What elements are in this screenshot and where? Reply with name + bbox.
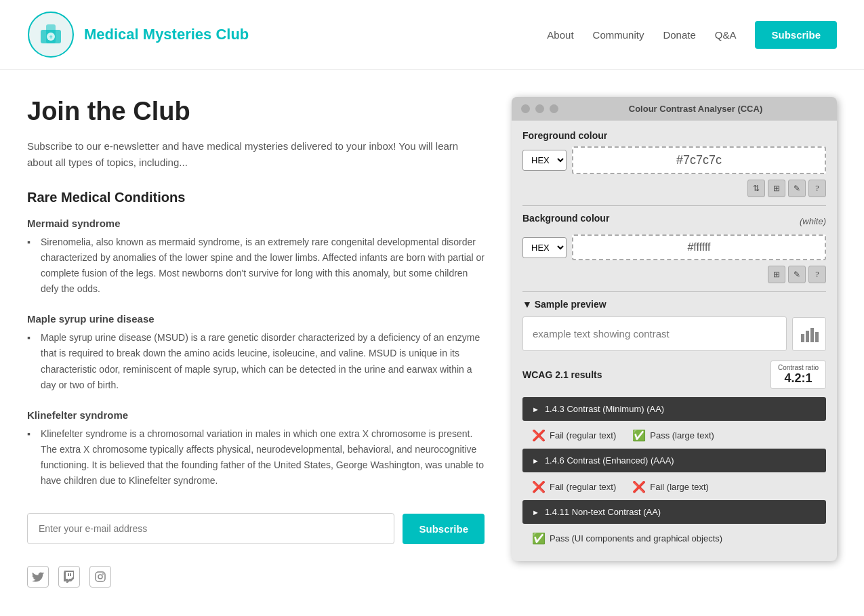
wcag-criteria-3-results: ✅ Pass (UI components and graphical obje…: [522, 528, 826, 552]
bg-help-icon[interactable]: ?: [808, 266, 826, 283]
form-subscribe-button[interactable]: Subscribe: [403, 514, 485, 544]
email-input[interactable]: [27, 513, 394, 544]
criteria-2-result-1-text: Fail (large text): [650, 482, 709, 492]
criteria-2-arrow: ►: [532, 457, 539, 465]
pass-icon-1-1: ✅: [632, 429, 646, 442]
criteria-1-result-0-text: Fail (regular text): [550, 430, 616, 440]
condition-klinefelter: Klinefelter syndrome Klinefelter syndrom…: [27, 409, 485, 489]
wcag-title: WCAG 2.1 results: [522, 369, 602, 380]
fg-format-select[interactable]: HEX: [522, 150, 567, 171]
cca-divider-2: [522, 291, 826, 292]
traffic-light-close[interactable]: [521, 104, 530, 113]
cca-divider-1: [522, 205, 826, 206]
svg-rect-11: [815, 332, 819, 342]
svg-rect-10: [810, 328, 814, 342]
email-form: Subscribe: [27, 513, 485, 544]
traffic-light-max[interactable]: [550, 104, 558, 113]
criteria-2-result-0-text: Fail (regular text): [550, 482, 616, 492]
criteria-1-result-1-text: Pass (large text): [650, 430, 714, 440]
fg-help-icon[interactable]: ?: [808, 180, 826, 197]
chart-icon[interactable]: [792, 317, 826, 351]
fg-label: Foreground colour: [522, 130, 826, 141]
sample-preview-label: ▼ Sample preview: [522, 299, 826, 310]
cca-titlebar: Colour Contrast Analyser (CCA): [512, 97, 837, 121]
social-icons: [27, 566, 485, 588]
cca-panel-container: Colour Contrast Analyser (CCA) Foregroun…: [512, 97, 837, 588]
bg-icon-row: ⊞ ✎ ?: [522, 266, 826, 283]
fg-adjust-icon[interactable]: ⊞: [768, 180, 785, 197]
bg-value-input[interactable]: [572, 234, 826, 260]
condition-desc-mermaid: Sirenomelia, also known as mermaid syndr…: [27, 234, 485, 297]
fail-icon-2-1: ❌: [632, 480, 646, 493]
fail-icon-2-0: ❌: [532, 480, 546, 493]
criteria-3-arrow: ►: [532, 508, 539, 516]
svg-rect-8: [801, 334, 804, 342]
page-title: Join the Club: [27, 97, 485, 126]
condition-name-klinefelter: Klinefelter syndrome: [27, 409, 485, 421]
cca-body: Foreground colour HEX ⇅ ⊞ ✎ ? Background: [512, 121, 837, 561]
sample-preview-row: example text showing contrast: [522, 316, 826, 351]
contrast-ratio-label: Contrast ratio: [778, 364, 819, 371]
condition-mermaid: Mermaid syndrome Sirenomelia, also known…: [27, 218, 485, 297]
section-title: Rare Medical Conditions: [27, 190, 485, 205]
wcag-criteria-1-btn[interactable]: ► 1.4.3 Contrast (Minimum) (AA): [522, 397, 826, 421]
traffic-light-min[interactable]: [535, 104, 544, 113]
wcag-criteria-3-btn[interactable]: ► 1.4.11 Non-text Contrast (AA): [522, 500, 826, 524]
condition-name-mermaid: Mermaid syndrome: [27, 218, 485, 229]
nav-community[interactable]: Community: [593, 29, 644, 41]
wcag-criteria-2-btn[interactable]: ► 1.4.6 Contrast (Enhanced) (AAA): [522, 449, 826, 472]
header-subscribe-button[interactable]: Subscribe: [755, 21, 837, 49]
fg-value-input[interactable]: [572, 146, 826, 174]
instagram-icon[interactable]: [89, 566, 111, 588]
nav-qa[interactable]: Q&A: [715, 29, 737, 41]
wcag-results-header: WCAG 2.1 results Contrast ratio 4.2:1: [522, 361, 826, 389]
wcag-criteria-2-results: ❌ Fail (regular text) ❌ Fail (large text…: [522, 476, 826, 500]
criteria-2-label: 1.4.6 Contrast (Enhanced) (AAA): [545, 455, 674, 466]
bg-adjust-icon[interactable]: ⊞: [768, 266, 785, 283]
sample-text: example text showing contrast: [522, 316, 787, 351]
criteria-1-result-0: ❌ Fail (regular text): [532, 429, 616, 442]
bg-label-row: Background colour (white): [522, 213, 826, 229]
cca-panel: Colour Contrast Analyser (CCA) Foregroun…: [512, 97, 837, 561]
condition-desc-maple: Maple syrup urine disease (MSUD) is a ra…: [27, 330, 485, 392]
site-title: Medical Mysteries Club: [84, 26, 249, 43]
cca-title: Colour Contrast Analyser (CCA): [564, 104, 827, 114]
criteria-1-arrow: ►: [532, 405, 539, 413]
wcag-criteria-1-results: ❌ Fail (regular text) ✅ Pass (large text…: [522, 425, 826, 449]
site-logo: +: [27, 11, 75, 58]
twitter-icon[interactable]: [27, 566, 49, 588]
nav-about[interactable]: About: [547, 29, 573, 41]
criteria-1-label: 1.4.3 Contrast (Minimum) (AA): [545, 404, 664, 414]
fg-swap-icon[interactable]: ⇅: [747, 180, 765, 197]
svg-point-6: [98, 575, 102, 579]
logo-area: + Medical Mysteries Club: [27, 11, 249, 58]
criteria-3-result-0-text: Pass (UI components and graphical object…: [550, 533, 722, 543]
bg-format-select[interactable]: HEX: [522, 237, 567, 258]
left-column: Join the Club Subscribe to our e-newslet…: [27, 97, 485, 588]
condition-desc-klinefelter: Klinefelter syndrome is a chromosomal va…: [27, 426, 485, 489]
criteria-2-result-0: ❌ Fail (regular text): [532, 480, 616, 493]
criteria-1-result-1: ✅ Pass (large text): [632, 429, 714, 442]
contrast-ratio-value: 4.2:1: [778, 371, 819, 386]
svg-text:+: +: [49, 33, 53, 41]
criteria-2-result-1: ❌ Fail (large text): [632, 480, 709, 493]
fg-row: HEX: [522, 146, 826, 174]
svg-point-7: [102, 573, 104, 575]
main-content: Join the Club Subscribe to our e-newslet…: [0, 70, 864, 615]
bg-picker-icon[interactable]: ✎: [788, 266, 806, 283]
svg-rect-5: [96, 572, 105, 581]
intro-text: Subscribe to our e-newsletter and have m…: [27, 138, 485, 171]
criteria-3-result-0: ✅ Pass (UI components and graphical obje…: [532, 532, 722, 545]
fail-icon-1-0: ❌: [532, 429, 546, 442]
svg-rect-9: [806, 331, 809, 342]
fg-icon-row: ⇅ ⊞ ✎ ?: [522, 180, 826, 197]
bg-white-label: (white): [800, 216, 826, 226]
nav-donate[interactable]: Donate: [663, 29, 695, 41]
fg-picker-icon[interactable]: ✎: [788, 180, 806, 197]
twitch-icon[interactable]: [58, 566, 80, 588]
pass-icon-3-0: ✅: [532, 532, 546, 545]
bg-row: HEX: [522, 234, 826, 260]
contrast-ratio-box: Contrast ratio 4.2:1: [770, 361, 826, 389]
bg-label: Background colour: [522, 213, 609, 224]
condition-maple: Maple syrup urine disease Maple syrup ur…: [27, 313, 485, 392]
